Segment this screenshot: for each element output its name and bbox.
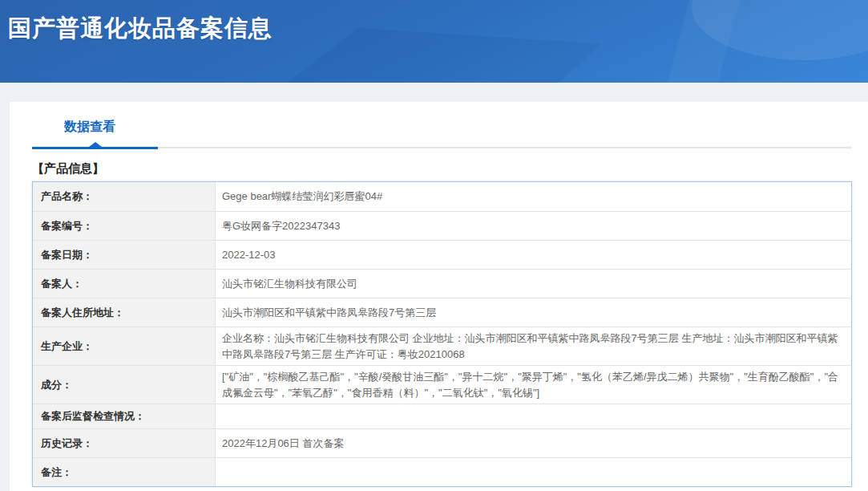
field-label: 成分： [33,366,216,404]
tab-underline [32,147,852,152]
table-row: 备案人：汕头市铭汇生物科技有限公司 [33,269,851,298]
field-value: ["矿油"，"棕榈酸乙基己酯"，"辛酸/癸酸甘油三酯"，"异十二烷"，"聚异丁烯… [216,366,851,404]
table-row: 产品名称：Gege bear蝴蝶结莹润幻彩唇蜜04# [33,182,851,211]
page: { "banner": { "title": "国产普通化妆品备案信息" }, … [0,0,868,491]
field-label: 备案日期： [33,241,216,269]
field-label: 备案人住所地址： [33,298,216,327]
field-label: 备案编号： [33,212,216,240]
field-value: Gege bear蝴蝶结莹润幻彩唇蜜04# [216,182,851,211]
field-value: 2022-12-03 [216,241,851,269]
section-title-product-info: 【产品信息】 [32,161,104,177]
field-value [216,458,851,486]
product-info-table: 产品名称：Gege bear蝴蝶结莹润幻彩唇蜜04#备案编号：粤G妆网备字202… [32,181,852,487]
table-row: 备案人住所地址：汕头市潮阳区和平镇紫中路凤皋路段7号第三层 [33,298,851,327]
field-label: 备注： [33,458,216,486]
field-label: 备案后监督检查情况： [33,404,216,428]
active-tab-indicator [32,147,158,149]
page-title: 国产普通化妆品备案信息 [8,13,273,45]
field-value [216,404,851,428]
banner-decoration-polygon [264,28,601,83]
table-row: 备注： [33,457,851,486]
page-banner: 国产普通化妆品备案信息 [0,0,868,83]
field-label: 备案人： [33,270,216,298]
content-card: 数据查看 【产品信息】 产品名称：Gege bear蝴蝶结莹润幻彩唇蜜04#备案… [10,102,868,491]
field-label: 生产企业： [33,327,216,365]
active-tab-arrow-icon [89,142,102,147]
table-row: 生产企业：企业名称：汕头市铭汇生物科技有限公司 企业地址：汕头市潮阳区和平镇紫中… [33,327,851,365]
table-row: 备案后监督检查情况： [33,404,851,428]
table-row: 备案编号：粤G妆网备字2022347343 [33,211,851,240]
table-row: 备案日期：2022-12-03 [33,240,851,269]
table-row: 成分：["矿油"，"棕榈酸乙基己酯"，"辛酸/癸酸甘油三酯"，"异十二烷"，"聚… [33,365,851,404]
field-value: 企业名称：汕头市铭汇生物科技有限公司 企业地址：汕头市潮阳区和平镇紫中路凤皋路段… [216,327,851,365]
field-label: 历史记录： [33,429,216,457]
field-value: 2022年12月06日 首次备案 [216,429,851,457]
field-value: 汕头市潮阳区和平镇紫中路凤皋路段7号第三层 [216,298,851,327]
field-value: 粤G妆网备字2022347343 [216,212,851,240]
field-value: 汕头市铭汇生物科技有限公司 [216,270,851,298]
tab-data-view[interactable]: 数据查看 [64,119,115,136]
tab-divider-line [158,147,852,148]
field-label: 产品名称： [33,182,216,211]
table-row: 历史记录：2022年12月06日 首次备案 [33,428,851,457]
